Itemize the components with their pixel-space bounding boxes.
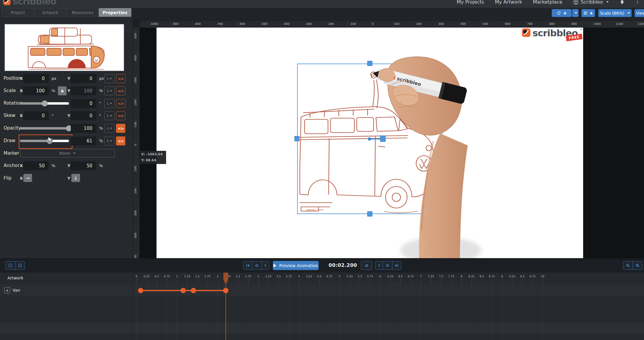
track-name[interactable]: Van: [13, 288, 20, 293]
more-options-icon[interactable]: [636, 0, 639, 5]
skew-link-dropdown[interactable]: L: [104, 111, 115, 120]
anchor-x-field[interactable]: 50: [23, 161, 49, 170]
account-menu[interactable]: Scribbleo: [573, 0, 609, 5]
keyframe-dot[interactable]: [191, 288, 196, 293]
position-y-field[interactable]: 0: [71, 74, 97, 83]
flip-y-button[interactable]: ↓: [71, 174, 80, 182]
timeline-minor-tick: [496, 283, 496, 285]
opacity-slider[interactable]: [20, 127, 69, 130]
skew-y-field[interactable]: 0: [71, 111, 97, 120]
tab-artwork[interactable]: Artwork: [34, 8, 67, 17]
skew-x-field[interactable]: 0: [23, 111, 49, 120]
scale-lock-button[interactable]: [58, 86, 67, 95]
position-x-axis-label: X: [20, 76, 23, 81]
timeline-minor-tick: [256, 283, 257, 285]
timeline-minor-tick: [455, 283, 456, 285]
keyframe-dot[interactable]: [223, 288, 228, 293]
anchor-y-field[interactable]: 50: [71, 161, 97, 170]
draw-field[interactable]: 61: [71, 136, 97, 145]
timeline-minor-tick: [518, 283, 519, 285]
tab-resources[interactable]: Resources: [66, 8, 99, 17]
rotation-field[interactable]: 0: [71, 99, 97, 108]
drawing-canvas-page[interactable]: scribbleo scribbleo ™ FREE: [157, 28, 583, 258]
playhead-handle[interactable]: [223, 272, 228, 285]
track-expand-button[interactable]: +: [4, 287, 10, 293]
rotation-code-button[interactable]: <>: [116, 99, 125, 108]
timeline-minor-tick: [386, 283, 386, 285]
artwork-preview-thumbnail[interactable]: [4, 24, 124, 71]
expand-rows-button[interactable]: [15, 261, 25, 270]
cursor-y-readout: Y: 88.64: [141, 157, 166, 163]
timeline-minor-tick: [218, 283, 218, 285]
tab-properties[interactable]: Properties: [99, 8, 131, 17]
app-logo[interactable]: scribbleo: [3, 0, 56, 7]
step-back-button[interactable]: [262, 261, 269, 270]
ruler-tick: [392, 20, 393, 28]
loop-toggle-button[interactable]: [361, 261, 372, 270]
scale-x-field[interactable]: 100: [23, 86, 49, 95]
timeline-track-row[interactable]: + Van: [0, 285, 644, 296]
rotation-slider[interactable]: [20, 102, 69, 105]
selection-handle-bottom[interactable]: [367, 211, 372, 216]
keyframe-dot[interactable]: [180, 288, 186, 293]
position-code-button[interactable]: <>: [116, 74, 125, 83]
sync-options-caret[interactable]: [572, 9, 579, 17]
fast-forward-button[interactable]: [383, 261, 392, 270]
rewind-button[interactable]: [252, 261, 262, 270]
opacity-link-dropdown[interactable]: L: [104, 124, 115, 133]
sync-lock-button[interactable]: [552, 9, 572, 17]
timeline-minor-tick: [303, 283, 303, 285]
timeline-zoom-group: [623, 261, 643, 270]
nav-marketplace[interactable]: Marketplace: [533, 0, 562, 5]
timeline-minor-tick: [267, 283, 267, 285]
grid-lock-button[interactable]: [581, 9, 595, 17]
timeline-minor-tick: [360, 283, 360, 285]
nav-my-projects[interactable]: My Projects: [457, 0, 484, 5]
timeline-minor-tick: [179, 283, 179, 285]
scale-dropdown-button[interactable]: Scale (66%): [598, 9, 632, 17]
draw-link-dropdown[interactable]: L: [104, 136, 115, 145]
selection-handle-right[interactable]: [440, 136, 445, 141]
timeline-tick-label: 5.5: [358, 275, 362, 278]
timeline-minor-tick: [378, 283, 378, 285]
ruler-tick: [133, 98, 140, 98]
skip-to-end-button[interactable]: [392, 261, 401, 270]
ruler-tick: [548, 20, 548, 28]
draw-code-button[interactable]: <>: [116, 136, 125, 145]
preview-animation-button[interactable]: Preview Animation: [273, 261, 319, 270]
bell-icon[interactable]: [619, 0, 625, 5]
zoom-in-button[interactable]: [633, 261, 642, 270]
scale-y-field[interactable]: 100: [71, 86, 97, 95]
tab-project[interactable]: Project: [1, 8, 34, 17]
scale-code-button[interactable]: <>: [116, 86, 125, 95]
opacity-code-button[interactable]: <>: [116, 124, 125, 133]
keyframe-dot[interactable]: [138, 288, 143, 293]
zoom-out-button[interactable]: [623, 261, 633, 270]
step-forward-button[interactable]: [375, 261, 383, 270]
preview-animation-label: Preview Animation: [279, 263, 318, 268]
opacity-field[interactable]: 100: [71, 124, 97, 133]
anchor-x-unit: %: [52, 163, 55, 168]
timeline-minor-tick: [429, 283, 429, 285]
timeline-minor-tick: [210, 283, 210, 285]
view-dropdown-button[interactable]: View: [634, 9, 644, 17]
skew-code-button[interactable]: <>: [116, 111, 125, 120]
draw-slider[interactable]: [20, 140, 69, 142]
flip-x-button[interactable]: →: [23, 174, 32, 182]
timeline-panel[interactable]: Artwork 00.250.50.7511.251.51.7522.252.5…: [0, 272, 644, 340]
timeline-tick-label: 8.5: [480, 275, 484, 278]
selection-handle-top[interactable]: [367, 61, 372, 66]
timeline-minor-tick: [522, 283, 523, 285]
skip-to-start-button[interactable]: [243, 261, 252, 270]
collapse-rows-button[interactable]: [6, 261, 15, 270]
marker-dropdown[interactable]: None: [20, 149, 115, 157]
scale-link-dropdown[interactable]: L: [104, 86, 115, 95]
rotation-link-dropdown[interactable]: L: [104, 99, 115, 108]
selection-handle-left[interactable]: [294, 136, 300, 141]
selection-anchor-handle[interactable]: [380, 136, 386, 142]
nav-my-artwork[interactable]: My Artwork: [495, 0, 522, 5]
rotation-slider-knob[interactable]: [42, 100, 48, 106]
position-x-field[interactable]: 0: [23, 74, 49, 83]
canvas-viewport[interactable]: -500-400-300-200-1000100200300400500: [133, 28, 644, 258]
position-link-dropdown[interactable]: L: [104, 74, 115, 83]
